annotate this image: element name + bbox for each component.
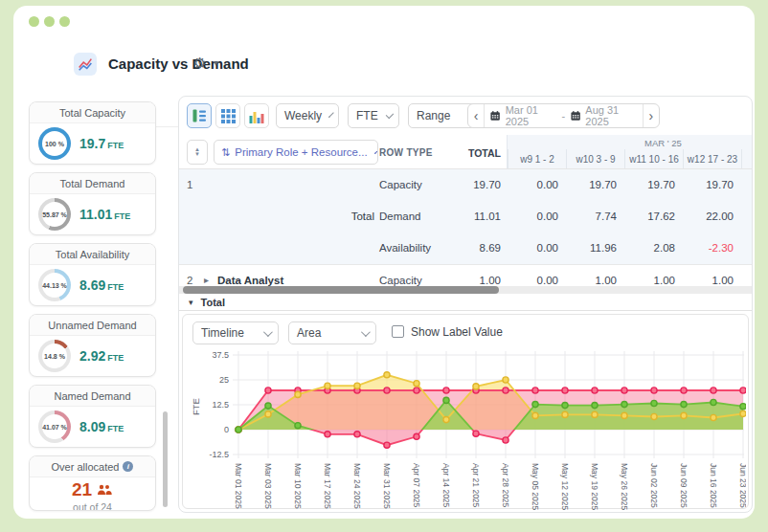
donut-gauge: 100 % <box>38 127 71 160</box>
week-cell: 1.00 <box>623 275 682 286</box>
metric-value: 11.01 <box>79 207 112 222</box>
grid-view-icon <box>221 109 236 123</box>
svg-text:Jun 09 2025: Jun 09 2025 <box>679 463 689 508</box>
row-name: Data Analyst <box>217 275 374 286</box>
table-subrow: Availability8.690.0011.962.08-2.30 <box>179 233 752 264</box>
svg-text:Mar 17 2025: Mar 17 2025 <box>323 463 332 509</box>
svg-text:May 19 2025: May 19 2025 <box>590 463 599 510</box>
info-icon[interactable]: i <box>123 461 133 472</box>
page-title: Capacity vs Demand <box>108 55 249 72</box>
donut-percent: 55.87 % <box>42 211 67 218</box>
week-cell: 0.00 <box>507 275 565 286</box>
group-by-select[interactable]: ⇅ Primary Role + Resource... <box>214 140 378 165</box>
svg-text:Mar 31 2025: Mar 31 2025 <box>382 463 392 509</box>
show-label-checkbox[interactable] <box>392 325 404 338</box>
grouped-view-icon <box>192 108 207 123</box>
total-cell: 11.01 <box>443 211 501 222</box>
over-allocated-subtext: out of 24 <box>30 501 155 511</box>
app-window: Capacity vs Demand ⚙ ▾ Total Capacity 10… <box>13 6 755 519</box>
title-dropdown-caret-icon[interactable]: ▾ <box>214 57 218 68</box>
svg-text:May 26 2025: May 26 2025 <box>620 463 629 510</box>
row-expand-icon[interactable]: ▸ <box>204 275 217 285</box>
chevron-down-icon <box>374 148 378 154</box>
range-select-value: Range <box>417 109 471 122</box>
settings-gear-icon[interactable]: ⚙ <box>193 55 206 72</box>
sidebar-scrollbar[interactable] <box>163 411 168 507</box>
svg-text:Mar 03 2025: Mar 03 2025 <box>263 463 273 509</box>
date-next-button[interactable]: › <box>643 104 659 127</box>
week-cell: 2.08 <box>623 242 682 254</box>
row-sort-control[interactable]: ▲ ▼ <box>187 140 208 165</box>
unit-select[interactable]: FTE <box>348 103 399 128</box>
window-dot-icon[interactable] <box>59 16 70 27</box>
grid-view-button[interactable] <box>215 103 240 128</box>
svg-text:12.5: 12.5 <box>212 400 229 410</box>
metric-value: 2.92 <box>79 348 105 364</box>
group-by-value: Primary Role + Resource... <box>235 146 367 158</box>
svg-text:-12.5: -12.5 <box>209 450 229 459</box>
metric-card: Total Capacity 100 % 19.7FTE <box>29 101 156 165</box>
row-type-cell: Capacity <box>379 275 422 286</box>
svg-text:Apr 14 2025: Apr 14 2025 <box>441 463 451 508</box>
capacity-demand-area-chart: 37.52512.50-12.5FTEMar 01 2025Mar 03 202… <box>191 345 746 510</box>
svg-text:FTE: FTE <box>191 398 201 415</box>
date-to-field[interactable]: Aug 31 2025 <box>565 104 643 127</box>
week-columns-header: MAR ' 25 w9 1 - 2w10 3 - 9w11 10 - 16w12… <box>507 135 752 168</box>
table-row[interactable]: 1Capacity19.700.0019.7019.7019.70TotalDe… <box>179 169 752 264</box>
week-cell: 19.70 <box>565 179 623 190</box>
week-cell: -2.30 <box>682 242 740 254</box>
week-header: w12 17 - 23 <box>683 149 741 168</box>
metric-card: Total Demand 55.87 % 11.01FTE <box>29 172 156 235</box>
date-to-value: Aug 31 2025 <box>585 104 636 127</box>
window-dot-icon[interactable] <box>44 16 55 27</box>
bar-chart-view-button[interactable] <box>244 103 269 128</box>
metric-unit: FTE <box>107 282 124 292</box>
week-cell: 11.96 <box>565 242 623 254</box>
table-horizontal-scrollbar[interactable] <box>179 286 752 294</box>
card-title: Total Demand <box>60 178 125 189</box>
collapse-caret-icon[interactable]: ▾ <box>189 298 193 307</box>
svg-text:Mar 24 2025: Mar 24 2025 <box>352 463 362 509</box>
period-select[interactable]: Weekly <box>276 103 339 128</box>
date-prev-button[interactable]: ‹ <box>468 104 485 127</box>
week-header: w9 1 - 2 <box>508 149 566 168</box>
donut-gauge: 55.87 % <box>38 198 71 231</box>
donut-percent: 100 % <box>45 141 64 147</box>
total-cell: 1.00 <box>443 275 501 286</box>
window-controls <box>29 16 70 27</box>
week-cell: 19.70 <box>623 179 682 190</box>
chart-controls: Timeline Area Show Label Value <box>183 319 748 344</box>
unit-select-value: FTE <box>356 109 378 122</box>
main-panel: Weekly FTE Range ‹ <box>178 96 753 513</box>
metric-unit: FTE <box>107 353 124 363</box>
metric-unit: FTE <box>107 424 124 433</box>
date-from-field[interactable]: Mar 01 2025 <box>485 104 561 127</box>
window-dot-icon[interactable] <box>29 16 39 27</box>
svg-text:Apr 28 2025: Apr 28 2025 <box>501 463 510 508</box>
metric-value: 8.09 <box>79 419 105 434</box>
sort-az-icon: ⇅ <box>221 146 230 159</box>
app-header: Capacity vs Demand ⚙ ▾ <box>13 48 755 84</box>
svg-text:Apr 07 2025: Apr 07 2025 <box>412 463 421 508</box>
date-from-value: Mar 01 2025 <box>506 104 556 127</box>
chevron-down-icon <box>328 112 334 118</box>
week-cell: 22.00 <box>682 211 740 222</box>
svg-text:37.5: 37.5 <box>212 350 229 360</box>
metric-value: 19.7 <box>79 136 105 151</box>
table-body: 1Capacity19.700.0019.7019.7019.70TotalDe… <box>179 169 752 295</box>
chevron-down-icon <box>263 327 273 337</box>
chart-type-select[interactable]: Area <box>288 321 376 344</box>
timeline-select[interactable]: Timeline <box>192 321 279 344</box>
date-range-picker: ‹ Mar 01 2025 - <box>467 103 660 128</box>
table-header: MAR ' 25 w9 1 - 2w10 3 - 9w11 10 - 16w12… <box>179 135 752 169</box>
metric-card: Total Availability 44.13 % 8.69FTE <box>29 243 156 306</box>
grouped-view-button[interactable] <box>187 103 212 128</box>
scrollbar-thumb[interactable] <box>183 286 499 294</box>
svg-text:May 05 2025: May 05 2025 <box>531 463 540 510</box>
total-section-toggle[interactable]: ▾ Total <box>179 294 752 311</box>
people-icon <box>97 484 113 497</box>
svg-text:Jun 23 2025: Jun 23 2025 <box>738 463 746 508</box>
over-allocated-card: Over allocated i 21 out of 24 <box>29 455 156 511</box>
svg-text:May 12 2025: May 12 2025 <box>560 463 570 510</box>
row-name: Total <box>217 211 374 222</box>
